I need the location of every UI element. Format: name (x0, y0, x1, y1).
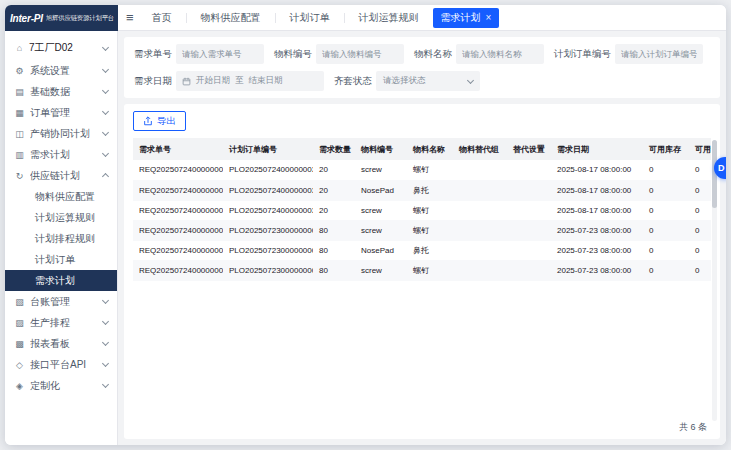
sidebar-item[interactable]: ▦ 订单管理 (5, 102, 117, 123)
sidebar-item[interactable]: ▨ 生产排程 (5, 312, 117, 333)
floating-button-label: D (718, 163, 725, 173)
cell-demand-qty: 20 (313, 200, 355, 220)
cell-material-no: NosePad (355, 240, 407, 260)
tab-home[interactable]: 首页 (144, 8, 180, 28)
cell-material-no: screw (355, 220, 407, 240)
sidebar-item[interactable]: ▧ 台账管理 (5, 291, 117, 312)
sidebar-item-label: 产销协同计划 (30, 127, 98, 141)
sidebar-item-icon: ▥ (14, 150, 25, 160)
tab-plan-calc-rule[interactable]: 计划运算规则 (351, 8, 427, 28)
table-row[interactable]: REQ2025072400000001 PLO2025072300000000 … (133, 240, 711, 260)
cell-substitute-setting (507, 260, 551, 280)
table-header-row: 需求单号 计划订单编号 需求数量 物料编号 物料名称 物料替代组 替代设置 需求… (133, 138, 711, 160)
sidebar-item-icon: ▧ (14, 297, 25, 307)
chevron-down-icon (102, 150, 109, 157)
sidebar-item[interactable]: ◈ 定制化 (5, 375, 117, 396)
export-icon (143, 116, 153, 126)
factory-selector[interactable]: ⌂ 7工厂D02 (5, 36, 117, 60)
sidebar-menu-top: ⚙ 系统设置 ▤ 基础数据 ▦ 订单管理 (5, 60, 117, 165)
sidebar-item[interactable]: ▥ 需求计划 (5, 144, 117, 165)
cell-substitute-setting (507, 200, 551, 220)
cell-demand-date: 2025-08-17 08:00:00 (551, 200, 643, 220)
sidebar-item-label: 生产排程 (30, 316, 98, 330)
sidebar-subitem-demand-plan[interactable]: 需求计划 (5, 270, 117, 291)
sidebar-item-icon: ◈ (14, 381, 25, 391)
chevron-down-icon (102, 66, 109, 73)
sidebar-subitem[interactable]: 物料供应配置 (5, 186, 117, 207)
table-row[interactable]: REQ2025072400000000 PLO2025072300000000 … (133, 260, 711, 280)
cell-available-qty: 0 (689, 260, 711, 280)
column-header: 物料编号 (355, 138, 407, 160)
plan-order-no-input[interactable] (615, 44, 703, 64)
sidebar-item-label: 报表看板 (30, 337, 98, 351)
export-button[interactable]: 导出 (133, 111, 186, 131)
filter-panel: 需求单号 物料编号 物料名称 计划订单编号 (124, 37, 720, 98)
menu-collapse-icon[interactable]: ≡ (126, 11, 134, 24)
column-header: 可用库存 (643, 138, 689, 160)
chevron-down-icon (102, 381, 109, 388)
cell-demand-no: REQ2025072400000003 (133, 200, 223, 220)
cell-plan-order-no: PLO2025072300000000 (223, 260, 313, 280)
sidebar-item-supply-chain-plan[interactable]: ↻ 供应链计划 (5, 165, 117, 186)
cell-substitute-group (453, 220, 507, 240)
sidebar-item-label: 接口平台API (30, 358, 98, 372)
table-row[interactable]: REQ2025072400000002 PLO2025072300000000 … (133, 220, 711, 240)
column-header: 需求单号 (133, 138, 223, 160)
sidebar-item-label: 需求计划 (30, 148, 98, 162)
table-row[interactable]: REQ2025072400000003 PLO2025072400000003 … (133, 200, 711, 220)
demand-date-range[interactable]: 开始日期 至 结束日期 (176, 71, 324, 91)
cell-demand-qty: 80 (313, 220, 355, 240)
cell-material-name: 鼻托 (407, 240, 453, 260)
sidebar-item[interactable]: ◇ 接口平台API (5, 354, 117, 375)
cell-substitute-group (453, 160, 507, 180)
demand-no-input[interactable] (176, 44, 264, 64)
sidebar-subitem[interactable]: 计划排程规则 (5, 228, 117, 249)
sidebar-item-icon: ◇ (14, 360, 25, 370)
sidebar-item-icon: ⚙ (14, 66, 25, 76)
chevron-down-icon (102, 108, 109, 115)
sidebar-item-label: 定制化 (30, 379, 98, 393)
sidebar-menu-bottom: ▧ 台账管理 ▨ 生产排程 ▩ 报表看板 (5, 291, 117, 396)
select-placeholder: 请选择状态 (383, 75, 426, 87)
cell-demand-date: 2025-07-23 08:00:00 (551, 220, 643, 240)
cell-substitute-group (453, 240, 507, 260)
cell-demand-date: 2025-08-17 08:00:00 (551, 160, 643, 180)
filter-label: 物料名称 (414, 48, 452, 61)
cell-available-qty: 0 (689, 240, 711, 260)
table-row[interactable]: REQ2025072400000004 PLO2025072400000003 … (133, 180, 711, 200)
sidebar-item[interactable]: ▤ 基础数据 (5, 81, 117, 102)
table-row[interactable]: REQ2025072400000005 PLO2025072400000003 … (133, 160, 711, 180)
sidebar-item[interactable]: ▩ 报表看板 (5, 333, 117, 354)
sidebar-subitem[interactable]: 计划运算规则 (5, 207, 117, 228)
table-panel: 导出 需求单号 计划订单编号 需求数量 (124, 104, 720, 439)
chevron-down-icon (467, 76, 474, 83)
cell-material-name: 螺钉 (407, 200, 453, 220)
column-header: 需求数量 (313, 138, 355, 160)
factory-label: 7工厂D02 (29, 41, 99, 55)
close-icon[interactable]: × (486, 13, 492, 23)
material-name-input[interactable] (456, 44, 544, 64)
product-name: 旭辉供应链资源计划平台 (46, 14, 114, 23)
cell-demand-date: 2025-07-23 08:00:00 (551, 260, 643, 280)
sidebar-subitem[interactable]: 计划订单 (5, 249, 117, 270)
tab-plan-order[interactable]: 计划订单 (282, 8, 338, 28)
sidebar-item-icon: ▩ (14, 339, 25, 349)
kit-status-select[interactable]: 请选择状态 (376, 71, 480, 91)
filter-label: 物料编号 (274, 48, 312, 61)
tab-material-supply-config[interactable]: 物料供应配置 (193, 8, 269, 28)
tab-demand-plan[interactable]: 需求计划 × (433, 8, 500, 28)
factory-icon: ⌂ (14, 43, 25, 53)
cell-demand-qty: 20 (313, 180, 355, 200)
sidebar-item[interactable]: ◫ 产销协同计划 (5, 123, 117, 144)
vertical-scrollbar[interactable] (712, 140, 717, 421)
filter-label: 计划订单编号 (554, 48, 611, 61)
top-bar: Inter-PI 旭辉供应链资源计划平台 ≡ 首页 物料供应配置 计划订单 计划… (5, 5, 726, 31)
cell-material-no: NosePad (355, 180, 407, 200)
cell-material-name: 螺钉 (407, 160, 453, 180)
tab-divider (186, 13, 187, 23)
cell-plan-order-no: PLO2025072400000003 (223, 200, 313, 220)
sidebar-item[interactable]: ⚙ 系统设置 (5, 60, 117, 81)
material-no-input[interactable] (316, 44, 404, 64)
export-label: 导出 (157, 115, 176, 128)
sidebar-item-label: 订单管理 (30, 106, 98, 120)
